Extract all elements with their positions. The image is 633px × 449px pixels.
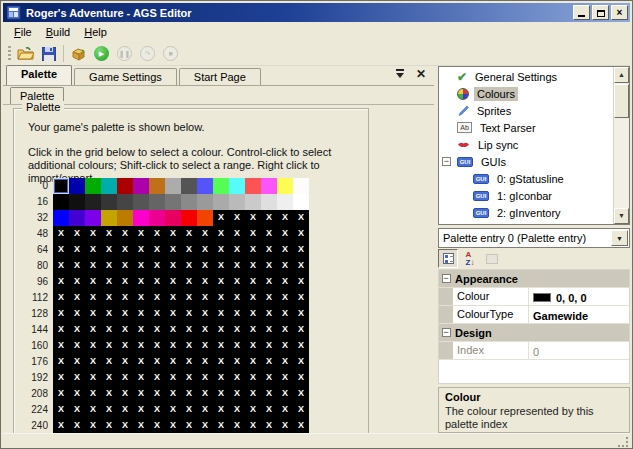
palette-cell[interactable] <box>117 194 133 210</box>
palette-cell[interactable]: X <box>197 354 213 370</box>
palette-cell[interactable] <box>117 178 133 194</box>
palette-cell[interactable]: X <box>213 274 229 290</box>
palette-cell[interactable] <box>133 194 149 210</box>
palette-cell[interactable]: X <box>245 322 261 338</box>
palette-cell[interactable] <box>53 194 69 210</box>
palette-cell[interactable]: X <box>117 290 133 306</box>
tree-item-sprites[interactable]: Sprites <box>439 102 612 119</box>
palette-cell[interactable]: X <box>261 322 277 338</box>
menu-help[interactable]: Help <box>77 23 114 41</box>
palette-cell[interactable]: X <box>165 338 181 354</box>
palette-cell[interactable]: X <box>277 370 293 386</box>
palette-cell[interactable]: X <box>245 290 261 306</box>
property-value[interactable]: Gamewide <box>529 306 629 323</box>
palette-cell[interactable]: X <box>101 338 117 354</box>
palette-cell[interactable]: X <box>165 354 181 370</box>
palette-cell[interactable]: X <box>133 242 149 258</box>
tab-palette[interactable]: Palette <box>6 65 72 85</box>
palette-cell[interactable]: X <box>69 354 85 370</box>
tree-item-colours[interactable]: Colours <box>439 85 612 102</box>
palette-cell[interactable]: X <box>53 242 69 258</box>
palette-cell[interactable]: X <box>53 290 69 306</box>
palette-cell[interactable] <box>181 194 197 210</box>
palette-cell[interactable]: X <box>133 354 149 370</box>
palette-cell[interactable] <box>69 178 85 194</box>
palette-cell[interactable]: X <box>101 402 117 418</box>
tree-item-1-giconbar[interactable]: GUI1: gIconbar <box>439 187 612 204</box>
palette-cell[interactable]: X <box>181 258 197 274</box>
palette-cell[interactable]: X <box>245 258 261 274</box>
palette-cell[interactable]: X <box>85 242 101 258</box>
palette-cell[interactable]: X <box>149 322 165 338</box>
palette-cell[interactable] <box>261 178 277 194</box>
palette-cell[interactable]: X <box>133 402 149 418</box>
palette-cell[interactable]: X <box>165 306 181 322</box>
palette-cell[interactable]: X <box>277 338 293 354</box>
palette-cell[interactable]: X <box>261 354 277 370</box>
palette-cell[interactable]: X <box>53 306 69 322</box>
palette-cell[interactable]: X <box>197 258 213 274</box>
palette-cell[interactable]: X <box>117 370 133 386</box>
palette-cell[interactable]: X <box>229 210 245 226</box>
palette-cell[interactable]: X <box>277 210 293 226</box>
palette-cell[interactable] <box>229 178 245 194</box>
tree-item-general-settings[interactable]: ✔General Settings <box>439 68 612 85</box>
tab-game-settings[interactable]: Game Settings <box>74 68 177 85</box>
palette-cell[interactable]: X <box>117 242 133 258</box>
palette-cell[interactable]: X <box>293 210 309 226</box>
palette-cell[interactable]: X <box>133 290 149 306</box>
palette-cell[interactable]: X <box>277 418 293 433</box>
palette-cell[interactable]: X <box>117 338 133 354</box>
palette-cell[interactable] <box>181 210 197 226</box>
palette-cell[interactable]: X <box>53 322 69 338</box>
palette-cell[interactable]: X <box>101 322 117 338</box>
close-tab-icon[interactable]: ✕ <box>416 69 426 79</box>
palette-cell[interactable]: X <box>213 402 229 418</box>
palette-cell[interactable]: X <box>85 322 101 338</box>
palette-cell[interactable]: X <box>181 386 197 402</box>
palette-cell[interactable]: X <box>197 322 213 338</box>
palette-cell[interactable]: X <box>293 274 309 290</box>
palette-cell[interactable]: X <box>277 242 293 258</box>
palette-cell[interactable]: X <box>293 306 309 322</box>
palette-cell[interactable] <box>245 194 261 210</box>
palette-cell[interactable]: X <box>101 354 117 370</box>
palette-cell[interactable]: X <box>53 386 69 402</box>
palette-cell[interactable]: X <box>293 402 309 418</box>
palette-cell[interactable]: X <box>229 290 245 306</box>
palette-cell[interactable]: X <box>245 370 261 386</box>
palette-cell[interactable]: X <box>69 226 85 242</box>
property-value[interactable]: 0, 0, 0 <box>529 288 629 305</box>
palette-cell[interactable]: X <box>277 290 293 306</box>
alphabetical-button[interactable]: AZ↓ <box>460 249 480 268</box>
palette-cell[interactable]: X <box>213 290 229 306</box>
palette-cell[interactable]: X <box>53 274 69 290</box>
palette-cell[interactable]: X <box>261 290 277 306</box>
palette-cell[interactable]: X <box>197 402 213 418</box>
palette-cell[interactable]: X <box>85 386 101 402</box>
tree-item-lip-sync[interactable]: Lip sync <box>439 136 612 153</box>
palette-cell[interactable]: X <box>149 306 165 322</box>
palette-cell[interactable] <box>101 210 117 226</box>
palette-cell[interactable]: X <box>149 290 165 306</box>
palette-cell[interactable]: X <box>229 322 245 338</box>
palette-cell[interactable] <box>149 210 165 226</box>
palette-cell[interactable] <box>229 194 245 210</box>
palette-cell[interactable]: X <box>261 306 277 322</box>
palette-cell[interactable]: X <box>85 258 101 274</box>
palette-cell[interactable]: X <box>229 386 245 402</box>
categorized-button[interactable] <box>438 249 458 268</box>
palette-cell[interactable]: X <box>181 418 197 433</box>
palette-cell[interactable]: X <box>133 386 149 402</box>
palette-cell[interactable] <box>101 178 117 194</box>
palette-cell[interactable]: X <box>53 226 69 242</box>
palette-cell[interactable]: X <box>165 226 181 242</box>
palette-cell[interactable]: X <box>197 226 213 242</box>
palette-cell[interactable] <box>101 194 117 210</box>
palette-cell[interactable]: X <box>69 258 85 274</box>
palette-cell[interactable]: X <box>133 258 149 274</box>
palette-cell[interactable]: X <box>133 306 149 322</box>
palette-cell[interactable]: X <box>165 402 181 418</box>
scroll-up-icon[interactable]: ▲ <box>614 67 629 83</box>
palette-cell[interactable]: X <box>133 274 149 290</box>
